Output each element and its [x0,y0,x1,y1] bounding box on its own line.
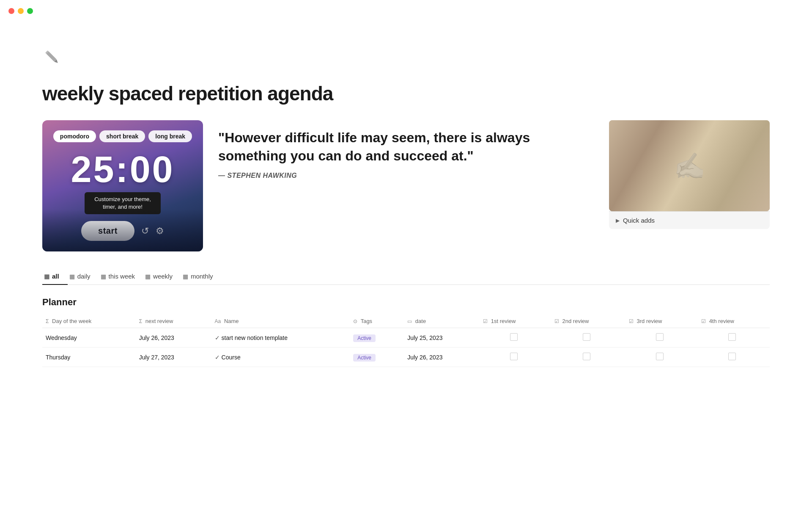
checkbox-4th[interactable] [728,353,736,360]
image-panel: ▶ Quick adds [609,120,770,229]
col-next-review-icon: Σ [139,318,142,324]
col-4th-icon: ☑ [701,318,706,324]
minimize-button[interactable] [18,8,24,14]
titlebar [0,0,812,22]
quick-adds-button[interactable]: ▶ Quick adds [609,211,770,229]
cell-date: July 25, 2023 [404,328,480,348]
maximize-button[interactable] [27,8,33,14]
checkbox-2nd[interactable] [583,333,590,341]
table-row: Thursday July 27, 2023 ✓ Course Active J… [42,348,770,367]
cell-4th-review[interactable] [698,348,770,367]
col-1st-icon: ☑ [483,318,488,324]
cell-tag: Active [350,348,404,367]
checkbox-4th[interactable] [728,333,736,341]
tab-all-label: all [52,273,59,280]
tab-monthly-label: monthly [191,273,213,280]
quote-text: "However difficult life may seem, there … [218,129,594,165]
tab-this-week-icon: ▦ [101,273,106,280]
col-2nd-icon: ☑ [554,318,559,324]
pomodoro-controls: start ↺ ⚙ [81,221,164,241]
col-4th-review: ☑ 4th review [698,315,770,328]
checkbox-3rd[interactable] [656,333,664,341]
check-icon: ✓ [215,354,220,361]
tab-short-break[interactable]: short break [99,130,145,142]
col-tags: ⊙ Tags [350,315,404,328]
tab-pomodoro[interactable]: pomodoro [53,130,96,142]
tab-monthly-icon: ▦ [183,273,188,280]
col-1st-review: ☑ 1st review [480,315,551,328]
col-date-icon: ▭ [407,318,412,324]
pomodoro-settings-icon[interactable]: ⚙ [156,226,164,237]
col-day: Σ Day of the week [42,315,136,328]
cell-tag: Active [350,328,404,348]
cell-3rd-review[interactable] [625,328,698,348]
checkbox-1st[interactable] [510,353,518,360]
cell-4th-review[interactable] [698,328,770,348]
top-row: pomodoro short break long break 25:00 Cu… [42,120,770,251]
col-3rd-icon: ☑ [629,318,634,324]
tab-this-week[interactable]: ▦ this week [99,268,144,285]
pen-icon [42,47,63,68]
pomodoro-tooltip: Customize your theme, timer, and more! [85,192,161,214]
quick-adds-arrow-icon: ▶ [616,218,620,224]
col-name: Aa Name [211,315,350,328]
col-date: ▭ date [404,315,480,328]
pomodoro-tabs: pomodoro short break long break [53,130,192,142]
col-2nd-review: ☑ 2nd review [551,315,625,328]
cell-day: Thursday [42,348,136,367]
cell-2nd-review[interactable] [551,328,625,348]
cell-3rd-review[interactable] [625,348,698,367]
cell-next-review: July 27, 2023 [136,348,211,367]
col-tags-icon: ⊙ [353,318,357,324]
status-badge: Active [353,354,376,362]
col-name-icon: Aa [215,318,221,324]
study-image [609,120,770,211]
quote-panel: "However difficult life may seem, there … [218,120,594,188]
cell-date: July 26, 2023 [404,348,480,367]
tab-weekly-label: weekly [153,273,173,280]
tab-this-week-label: this week [109,273,135,280]
page-content: weekly spaced repetition agenda pomodoro… [0,22,812,401]
cell-1st-review[interactable] [480,348,551,367]
quote-author: — STEPHEN HAWKING [218,172,594,179]
cell-name: ✓ start new notion template [211,328,350,348]
pomodoro-panel: pomodoro short break long break 25:00 Cu… [42,120,203,251]
tab-daily-icon: ▦ [69,273,75,280]
table-header-row: Σ Day of the week Σ next review Aa Name … [42,315,770,328]
close-button[interactable] [8,8,14,14]
col-next-review: Σ next review [136,315,211,328]
tab-daily[interactable]: ▦ daily [68,268,99,285]
col-day-icon: Σ [46,318,49,324]
tab-all-icon: ▦ [44,273,49,280]
checkbox-3rd[interactable] [656,353,664,360]
planner-table: Σ Day of the week Σ next review Aa Name … [42,315,770,367]
pomodoro-reset-icon[interactable]: ↺ [141,226,149,237]
cell-name-text: Course [222,354,241,361]
cell-day: Wednesday [42,328,136,348]
cell-1st-review[interactable] [480,328,551,348]
tab-all[interactable]: ▦ all [42,268,68,285]
tab-monthly[interactable]: ▦ monthly [181,268,222,285]
cell-next-review: July 26, 2023 [136,328,211,348]
traffic-lights [8,8,33,14]
cell-name-text: start new notion template [222,334,288,341]
tab-long-break[interactable]: long break [148,130,192,142]
pen-icon-area [42,22,770,69]
pomodoro-timer: 25:00 [71,151,174,188]
tab-weekly[interactable]: ▦ weekly [143,268,181,285]
cell-2nd-review[interactable] [551,348,625,367]
checkbox-2nd[interactable] [583,353,590,360]
quick-adds-label: Quick adds [623,217,655,224]
tab-weekly-icon: ▦ [145,273,151,280]
table-row: Wednesday July 26, 2023 ✓ start new noti… [42,328,770,348]
tabs-row: ▦ all ▦ daily ▦ this week ▦ weekly ▦ mon… [42,268,770,285]
page-title: weekly spaced repetition agenda [42,82,770,105]
pomodoro-start-button[interactable]: start [81,221,134,241]
tab-daily-label: daily [77,273,91,280]
col-3rd-review: ☑ 3rd review [625,315,698,328]
planner-title: Planner [42,297,770,308]
cell-name: ✓ Course [211,348,350,367]
status-badge: Active [353,334,376,342]
check-icon: ✓ [215,334,220,341]
checkbox-1st[interactable] [510,333,518,341]
